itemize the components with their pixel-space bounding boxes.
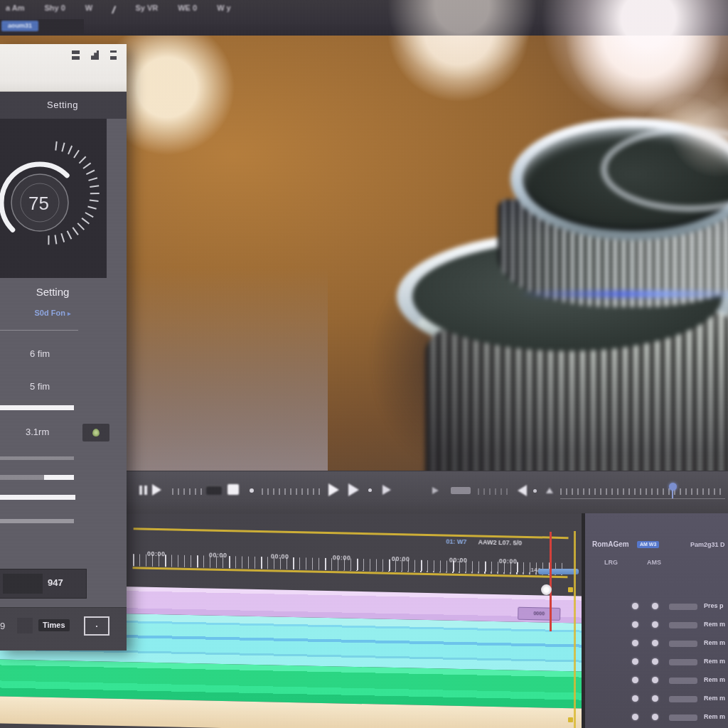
timeline-timecodes: 01: W7 AAW2 L07. 5/0 — [446, 538, 522, 547]
horizontal-scrollbar[interactable] — [538, 569, 579, 574]
app-window: a Am Shy 0 W / Sy VR WE 0 W y aoum31 — [0, 0, 728, 728]
menu-item[interactable]: W y — [217, 4, 231, 16]
footer-left-text: 9 — [0, 621, 5, 631]
toggle-dot-icon[interactable] — [652, 677, 658, 683]
menu-item[interactable]: WE 0 — [178, 4, 197, 16]
toggle-dot-icon[interactable] — [652, 658, 658, 665]
timecode-duration: AAW2 L07. 5/0 — [478, 538, 522, 546]
toggle-dot-icon[interactable] — [632, 695, 638, 702]
menu-item[interactable]: Sy VR — [135, 4, 158, 16]
level-pill[interactable] — [669, 622, 697, 628]
scrubber-ticks[interactable] — [560, 488, 722, 495]
level-pill[interactable] — [669, 696, 697, 702]
value-field[interactable] — [3, 574, 43, 594]
level-pill[interactable] — [669, 678, 697, 684]
level-pill[interactable] — [669, 714, 697, 721]
slider[interactable] — [0, 475, 74, 480]
play-forward-icon[interactable] — [382, 485, 391, 495]
section-title: Setting — [0, 286, 107, 298]
mixer-row: Rem m — [585, 711, 728, 727]
toggle-dot-icon[interactable] — [652, 695, 658, 702]
row-label: Rem m — [704, 676, 725, 683]
slider[interactable] — [0, 495, 75, 500]
level-pill[interactable] — [669, 659, 697, 665]
droplet-button[interactable] — [82, 424, 109, 441]
toggle-dot-icon[interactable] — [632, 658, 638, 665]
toggle-dot-icon[interactable] — [652, 621, 658, 628]
record-icon[interactable] — [206, 486, 222, 495]
toggle-dot-icon[interactable] — [652, 714, 658, 720]
panel-footer: 9 Times — [0, 607, 127, 651]
row-label: Rem m — [704, 713, 725, 720]
more-icon[interactable] — [110, 50, 117, 60]
checkbox[interactable] — [84, 616, 109, 636]
rotary-knob[interactable]: 75 — [0, 119, 107, 278]
clip-button[interactable] — [451, 487, 471, 494]
panel-header-title: Setting — [0, 92, 127, 119]
mixer-row: Pres p — [585, 600, 728, 616]
menu-item[interactable]: W — [85, 4, 92, 16]
mixer-row: Rem m — [585, 674, 728, 690]
value-box[interactable]: 947 — [0, 569, 87, 599]
dot-icon — [533, 489, 537, 493]
toggle-dot-icon[interactable] — [652, 603, 658, 609]
work-area-top-border — [134, 528, 569, 539]
dial-value: 75 — [28, 193, 49, 214]
play-small-icon[interactable] — [432, 487, 439, 494]
mixer-row: Rem m — [585, 637, 728, 653]
pause-icon[interactable] — [139, 486, 147, 495]
mixer-row: Rem m — [585, 655, 728, 671]
chevron-right-icon: ▸ — [68, 310, 71, 317]
mixer-title-right: Pam2g31 D — [690, 541, 725, 548]
stop-icon[interactable] — [228, 484, 239, 495]
sort-link[interactable]: S0d Fon ▸ — [0, 309, 107, 317]
scrubber-playhead-marker[interactable] — [669, 483, 677, 491]
toggle-dot-icon[interactable] — [632, 640, 638, 646]
row-label: Pres p — [704, 602, 724, 609]
mixer-badge[interactable]: AM W3 — [637, 541, 659, 548]
menu-bar: a Am Shy 0 W / Sy VR WE 0 W y aoum31 — [0, 0, 728, 36]
menu-item[interactable]: Shy 0 — [45, 4, 65, 16]
droplet-icon — [92, 429, 100, 437]
transport-ticks — [478, 488, 512, 495]
row-label: Rem m — [704, 658, 725, 665]
toggle-dot-icon[interactable] — [652, 640, 658, 646]
playhead-line[interactable] — [550, 532, 552, 631]
document-tab[interactable]: aoum31 — [1, 21, 38, 31]
footer-square-button[interactable] — [17, 618, 33, 633]
mixer-panel: RomAGem AM W3 Pam2g31 D LRG AMS Pres p R… — [582, 513, 728, 728]
chart-icon[interactable] — [91, 50, 99, 60]
toggle-dot-icon[interactable] — [632, 714, 638, 720]
divider — [0, 330, 78, 331]
menu-item[interactable]: a Am — [6, 4, 25, 16]
slider[interactable] — [0, 456, 74, 460]
marker-dot-icon[interactable] — [250, 488, 254, 493]
playhead-handle[interactable] — [541, 584, 552, 595]
play-forward-icon[interactable] — [348, 483, 359, 496]
transport-ticks — [262, 488, 324, 495]
play-forward-icon[interactable] — [328, 483, 339, 496]
toggle-dot-icon[interactable] — [632, 603, 638, 609]
yellow-marker — [568, 717, 573, 722]
toggle-dot-icon[interactable] — [632, 677, 638, 683]
times-chip[interactable]: Times — [38, 619, 70, 631]
dial-block: 75 — [0, 119, 107, 278]
slider[interactable] — [0, 519, 74, 523]
level-pill[interactable] — [669, 604, 697, 610]
yellow-marker — [568, 587, 573, 592]
mixer-row: Rem m — [585, 692, 728, 708]
caret-up-icon[interactable] — [546, 488, 553, 493]
slider[interactable] — [0, 405, 74, 410]
transport-ticks — [172, 488, 202, 495]
work-area-right-border — [574, 531, 576, 728]
clip-label-chip[interactable]: 0000 — [518, 607, 560, 621]
field-label: 3.1rm — [26, 427, 49, 437]
play-icon[interactable] — [152, 484, 161, 496]
scrubber-track[interactable] — [560, 498, 725, 499]
toggle-dot-icon[interactable] — [632, 621, 638, 628]
row-label: Rem m — [704, 639, 725, 646]
level-pill[interactable] — [669, 641, 697, 647]
layers-icon[interactable] — [72, 50, 80, 60]
panel-titlebar[interactable] — [0, 44, 127, 92]
back-icon[interactable] — [518, 485, 527, 496]
